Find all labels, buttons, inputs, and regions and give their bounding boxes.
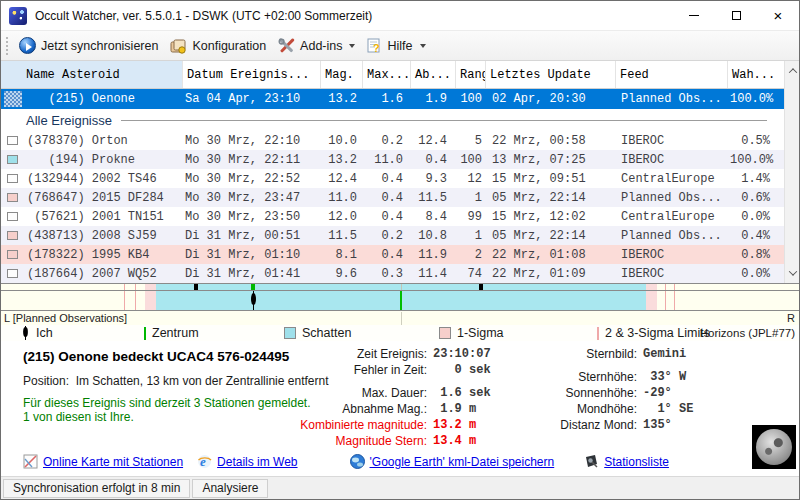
configuration-button[interactable]: Konfiguration: [165, 35, 273, 57]
web-details-link[interactable]: e Details im Web: [197, 454, 297, 469]
chevron-down-icon: [788, 267, 796, 275]
sync-status-panel: Synchronisation erfolgt in 8 min: [3, 479, 190, 498]
moon-phase-image: [752, 425, 796, 469]
online-map-link[interactable]: Online Karte mit Stationen: [23, 454, 183, 469]
cell-ab: 12.4: [411, 134, 456, 148]
table-row[interactable]: (438713) 2008 SJ59 Di 31 Mrz, 00:51 11.5…: [1, 226, 784, 245]
table-row[interactable]: (57621) 2001 TN151 Mo 30 Mrz, 23:50 12.0…: [1, 207, 784, 226]
help-menu[interactable]: ? Hilfe: [362, 35, 432, 57]
field-label: Magnitude Stern:: [231, 434, 433, 448]
column-header-ab[interactable]: Ab...: [411, 61, 456, 88]
table-row[interactable]: (378370) Orton Mo 30 Mrz, 22:10 10.0 0.2…: [1, 131, 784, 150]
cell-name: (768647) 2015 DF284: [25, 191, 183, 205]
cell-update: 13 Mrz, 07:25: [486, 153, 616, 167]
cell-rang: 1: [456, 229, 486, 243]
event-status-chip: [7, 136, 18, 145]
cell-rang: 74: [456, 267, 486, 281]
cell-ab: 0.4: [411, 153, 456, 167]
cell-update: 05 Mrz, 22:14: [486, 229, 616, 243]
cell-ab: 10.8: [411, 229, 456, 243]
table-row[interactable]: (768647) 2015 DF284 Mo 30 Mrz, 23:47 11.…: [1, 188, 784, 207]
cell-rang: 1: [456, 191, 486, 205]
cell-wahr: 0.5%: [728, 134, 784, 148]
vertical-scrollbar[interactable]: [784, 61, 799, 283]
cell-ab: 8.4: [411, 210, 456, 224]
cell-max: 0.4: [363, 210, 411, 224]
close-button[interactable]: ×: [757, 1, 799, 30]
group-header-all-events[interactable]: Alle Ereignisse: [1, 109, 784, 131]
cell-datum: Mo 30 Mrz, 22:10: [183, 134, 321, 148]
selected-event-row[interactable]: (215) Oenone Sa 04 Apr, 23:10 13.2 1.6 1…: [1, 89, 784, 109]
sigma23-line: [135, 284, 136, 310]
cell-datum: Mo 30 Mrz, 22:11: [183, 153, 321, 167]
shadow-path-strip: L [Planned Observations] R Ich Zentrum S…: [1, 283, 799, 341]
table-header: Name Asteroid Datum Ereignis... Mag. Max…: [1, 61, 784, 89]
sync-now-button[interactable]: Jetzt synchronisieren: [14, 34, 165, 57]
table-row[interactable]: (178322) 1995 KB4 Di 31 Mrz, 01:10 8.1 0…: [1, 245, 784, 264]
sigma-chip-icon: [439, 327, 451, 339]
cell-ab: 11.9: [411, 248, 456, 262]
column-header-max[interactable]: Max...: [363, 61, 411, 88]
cell-max: 11.0: [363, 153, 411, 167]
event-status-chip: [7, 155, 18, 164]
sigma23-line: [665, 284, 666, 310]
table-row[interactable]: (194) Prokne Mo 30 Mrz, 22:11 13.2 11.0 …: [1, 150, 784, 169]
cell-rang: 100: [456, 153, 486, 167]
google-earth-kml-link[interactable]: 'Google Earth' kml-Datei speichern: [350, 454, 555, 469]
help-icon: ?: [367, 38, 382, 54]
cell-max: 0.3: [363, 267, 411, 281]
cell-datum: Mo 30 Mrz, 22:52: [183, 172, 321, 186]
toolbar-grip: [6, 37, 9, 55]
add-ins-dropdown-arrow: [349, 44, 355, 48]
minimize-button[interactable]: [673, 1, 715, 30]
maximize-icon: [732, 11, 741, 20]
cell-name: (57621) 2001 TN151: [25, 210, 183, 224]
field-value: Gemini: [643, 347, 686, 361]
column-header-wahr[interactable]: Wah...: [728, 61, 784, 88]
field-value: 13.4 m: [433, 434, 476, 448]
add-ins-menu[interactable]: Add-ins: [273, 35, 362, 57]
cell-name: (378370) Orton: [25, 134, 183, 148]
cell-feed: Planned Obs...: [616, 191, 728, 205]
cell-datum: Sa 04 Apr, 23:10: [183, 92, 321, 106]
maximize-button[interactable]: [715, 1, 757, 30]
cell-wahr: 0.4%: [728, 229, 784, 243]
help-label: Hilfe: [387, 39, 412, 53]
sync-label: Jetzt synchronisieren: [41, 39, 158, 53]
sync-icon: [19, 37, 36, 54]
legend-zentrum: Zentrum: [144, 325, 199, 341]
group-label: Alle Ereignisse: [26, 113, 112, 128]
field-label: Sonnenhöhe:: [471, 386, 643, 400]
sigma1-band-right: [646, 284, 657, 310]
column-header-datum[interactable]: Datum Ereignis...: [183, 61, 321, 88]
scroll-down-button[interactable]: [785, 265, 800, 281]
column-header-mag[interactable]: Mag.: [321, 61, 363, 88]
links-row: Online Karte mit Stationen e Details im …: [23, 454, 669, 469]
scroll-up-button[interactable]: [785, 63, 800, 79]
cell-update: 22 Mrz, 01:09: [486, 267, 616, 281]
cell-update: 15 Mrz, 09:51: [486, 172, 616, 186]
cell-mag: 11.5: [321, 229, 363, 243]
column-header-name[interactable]: Name Asteroid: [1, 61, 183, 88]
table-row[interactable]: (132944) 2002 TS46 Mo 30 Mrz, 22:52 12.4…: [1, 169, 784, 188]
column-header-feed[interactable]: Feed: [616, 61, 728, 88]
event-status-chip: [7, 231, 18, 240]
cell-feed: IBEROC: [616, 153, 728, 167]
configuration-label: Konfiguration: [192, 39, 266, 53]
cell-feed: IBEROC: [616, 248, 728, 262]
stations-yours-line: 1 von diesen ist Ihre.: [23, 410, 134, 424]
events-table: Name Asteroid Datum Ereignis... Mag. Max…: [1, 61, 799, 283]
legend-23-sigma: 2 & 3-Sigma Limits: [597, 325, 710, 341]
google-earth-icon: [350, 454, 365, 469]
cell-wahr: 0.0%: [728, 210, 784, 224]
configuration-icon: [170, 38, 187, 54]
cell-mag: 12.4: [321, 172, 363, 186]
station-list-link[interactable]: Stationsliste: [584, 454, 669, 469]
table-row[interactable]: (187664) 2007 WQ52 Di 31 Mrz, 01:41 9.6 …: [1, 264, 784, 283]
cell-wahr: 0.6%: [728, 191, 784, 205]
cell-rang: 2: [456, 248, 486, 262]
column-header-rang[interactable]: Rang: [456, 61, 486, 88]
column-header-update[interactable]: Letztes Update: [486, 61, 616, 88]
cell-name: (194) Prokne: [25, 153, 183, 167]
ephemeris-source-label: Horizons (JPL#77): [700, 325, 795, 341]
